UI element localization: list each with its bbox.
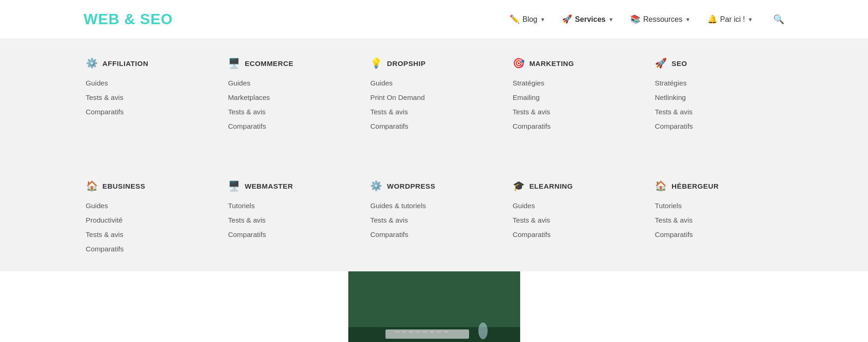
elearning-link-tests[interactable]: Tests & avis [513,216,640,224]
dropship-icon: 💡 [370,58,382,69]
seo-link-tests[interactable]: Tests & avis [655,108,782,116]
par-ici-chevron-icon: ▼ [748,17,753,22]
webmaster-links: Tutoriels Tests & avis Comparatifs [228,202,355,238]
seo-link-strategies[interactable]: Stratégies [655,79,782,87]
category-marketing: 🎯 MARKETING Stratégies Emailing Tests & … [513,58,640,130]
webmaster-link-comparatifs[interactable]: Comparatifs [228,230,355,238]
services-chevron-icon: ▼ [608,17,613,22]
svg-point-11 [478,322,488,339]
category-seo-header: 🚀 SEO [655,58,782,69]
elearning-links: Guides Tests & avis Comparatifs [513,202,640,238]
ebusiness-link-guides[interactable]: Guides [86,202,213,210]
nav-services-label: Services [575,15,606,24]
category-affiliation-header: ⚙️ AFFILIATION [86,58,213,69]
ecommerce-link-comparatifs[interactable]: Comparatifs [228,122,355,130]
hebergeur-links: Tutoriels Tests & avis Comparatifs [655,202,782,238]
affiliation-link-guides[interactable]: Guides [86,79,213,87]
marketing-icon: 🎯 [513,58,525,69]
hebergeur-link-tests[interactable]: Tests & avis [655,216,782,224]
hebergeur-link-comparatifs[interactable]: Comparatifs [655,230,782,238]
nav-ressources-label: Ressources [643,15,682,24]
dropship-link-comparatifs[interactable]: Comparatifs [370,122,497,130]
elearning-icon: 🎓 [513,180,525,191]
par-ici-icon: 🔔 [707,14,718,24]
hebergeur-icon: 🏠 [655,180,667,191]
ecommerce-link-tests[interactable]: Tests & avis [228,108,355,116]
row-spacer [86,152,783,158]
dropship-link-pod[interactable]: Print On Demand [370,93,497,101]
wordpress-link-comparatifs[interactable]: Comparatifs [370,230,497,238]
affiliation-link-comparatifs[interactable]: Comparatifs [86,108,213,116]
hebergeur-link-tutoriels[interactable]: Tutoriels [655,202,782,210]
category-ecommerce-header: 🖥️ ECOMMERCE [228,58,355,69]
ebusiness-title: EBUSINESS [103,182,145,190]
hero-image [348,271,520,342]
wordpress-link-guides-tutoriels[interactable]: Guides & tutoriels [370,202,497,210]
services-icon: 🚀 [562,14,572,24]
webmaster-link-tutoriels[interactable]: Tutoriels [228,202,355,210]
nav-ressources[interactable]: 📚 Ressources ▼ [630,14,691,24]
affiliation-link-tests[interactable]: Tests & avis [86,93,213,101]
affiliation-icon: ⚙️ [86,58,98,69]
seo-icon: 🚀 [655,58,667,69]
elearning-link-comparatifs[interactable]: Comparatifs [513,230,640,238]
marketing-link-emailing[interactable]: Emailing [513,93,640,101]
elearning-title: ELEARNING [529,182,573,190]
dropship-link-guides[interactable]: Guides [370,79,497,87]
nav-services[interactable]: 🚀 Services ▼ [562,14,613,24]
ressources-chevron-icon: ▼ [685,17,691,22]
dropship-link-tests[interactable]: Tests & avis [370,108,497,116]
ebusiness-link-comparatifs[interactable]: Comparatifs [86,245,213,253]
category-wordpress-header: ⚙️ WORDPRESS [370,180,497,191]
category-wordpress: ⚙️ WORDPRESS Guides & tutoriels Tests & … [370,180,497,253]
ebusiness-links: Guides Productivité Tests & avis Compara… [86,202,213,253]
main-nav: ✏️ Blog ▼ 🚀 Services ▼ 📚 Ressources ▼ 🔔 … [509,14,784,25]
nav-blog[interactable]: ✏️ Blog ▼ [509,14,545,24]
ebusiness-link-tests[interactable]: Tests & avis [86,230,213,238]
category-webmaster-header: 🖥️ WEBMASTER [228,180,355,191]
seo-links: Stratégies Netlinking Tests & avis Compa… [655,79,782,130]
webmaster-link-tests[interactable]: Tests & avis [228,216,355,224]
ecommerce-icon: 🖥️ [228,58,240,69]
svg-rect-8 [430,331,434,333]
elearning-link-guides[interactable]: Guides [513,202,640,210]
category-marketing-header: 🎯 MARKETING [513,58,640,69]
svg-rect-3 [395,331,399,333]
nav-par-ici-label: Par ici ! [720,15,745,24]
ebusiness-icon: 🏠 [86,180,98,191]
marketing-link-strategies[interactable]: Stratégies [513,79,640,87]
blog-icon: ✏️ [509,14,520,24]
seo-link-comparatifs[interactable]: Comparatifs [655,122,782,130]
search-button[interactable]: 🔍 [773,14,784,25]
ecommerce-links: Guides Marketplaces Tests & avis Compara… [228,79,355,130]
wordpress-links: Guides & tutoriels Tests & avis Comparat… [370,202,497,238]
ecommerce-link-marketplaces[interactable]: Marketplaces [228,93,355,101]
marketing-title: MARKETING [529,59,574,67]
logo[interactable]: WEB & SEO [84,11,173,28]
category-ebusiness-header: 🏠 EBUSINESS [86,180,213,191]
webmaster-title: WEBMASTER [245,182,293,190]
affiliation-title: AFFILIATION [103,59,149,67]
header: WEB & SEO ✏️ Blog ▼ 🚀 Services ▼ 📚 Resso… [0,0,868,39]
category-webmaster: 🖥️ WEBMASTER Tutoriels Tests & avis Comp… [228,180,355,253]
nav-blog-label: Blog [522,15,537,24]
svg-rect-10 [444,331,448,333]
seo-link-netlinking[interactable]: Netlinking [655,93,782,101]
hebergeur-title: HÉBERGEUR [672,182,719,190]
marketing-links: Stratégies Emailing Tests & avis Compara… [513,79,640,130]
svg-rect-7 [423,331,427,333]
category-elearning: 🎓 ELEARNING Guides Tests & avis Comparat… [513,180,640,253]
marketing-link-comparatifs[interactable]: Comparatifs [513,122,640,130]
wordpress-link-tests[interactable]: Tests & avis [370,216,497,224]
category-hebergeur-header: 🏠 HÉBERGEUR [655,180,782,191]
svg-rect-6 [416,331,420,333]
wordpress-title: WORDPRESS [387,182,435,190]
dropship-links: Guides Print On Demand Tests & avis Comp… [370,79,497,130]
ecommerce-link-guides[interactable]: Guides [228,79,355,87]
ebusiness-link-productivite[interactable]: Productivité [86,216,213,224]
ressources-icon: 📚 [630,14,640,24]
marketing-link-tests[interactable]: Tests & avis [513,108,640,116]
blog-chevron-icon: ▼ [540,17,545,22]
nav-par-ici[interactable]: 🔔 Par ici ! ▼ [707,14,753,24]
category-ebusiness: 🏠 EBUSINESS Guides Productivité Tests & … [86,180,213,253]
